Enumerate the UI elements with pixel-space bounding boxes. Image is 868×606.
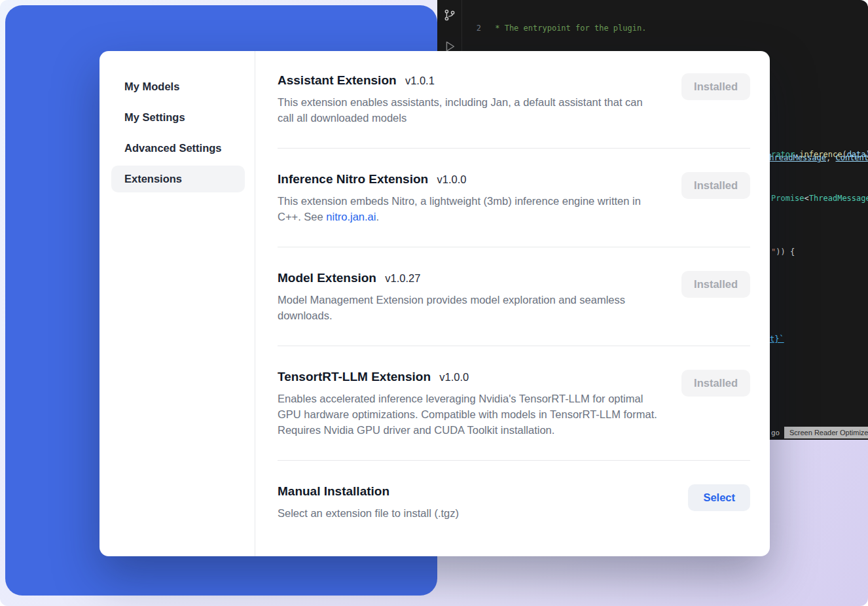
installed-button[interactable]: Installed (681, 271, 750, 298)
description-text: . (376, 211, 379, 223)
extension-description: This extension embeds Nitro, a lightweig… (278, 193, 660, 224)
extension-info: Inference Nitro Extension v1.0.0 This ex… (278, 172, 660, 224)
settings-card: My Models My Settings Advanced Settings … (99, 51, 770, 556)
select-file-button[interactable]: Select (688, 484, 750, 511)
code-fragment: ")) { (771, 247, 795, 257)
extension-title: Model Extension (278, 271, 376, 285)
extension-description: Enables accelerated inference leveraging… (278, 391, 660, 438)
extension-row-model: Model Extension v1.0.27 Model Management… (278, 271, 750, 346)
extension-title: Inference Nitro Extension (278, 172, 428, 186)
manual-installation-title: Manual Installation (278, 484, 389, 498)
installed-button[interactable]: Installed (681, 172, 750, 199)
desktop-screen: 2 * The entrypoint for the plugin. 3 */ … (0, 0, 868, 606)
code-line: 2 * The entrypoint for the plugin. (463, 23, 868, 34)
sidebar-item-advanced-settings[interactable]: Advanced Settings (111, 135, 245, 162)
extension-info: TensortRT-LLM Extension v1.0.0 Enables a… (278, 370, 660, 438)
manual-installation-title-line: Manual Installation (278, 484, 459, 499)
extension-title: Assistant Extension (278, 73, 397, 87)
extension-info: Manual Installation Select an extension … (278, 484, 459, 521)
source-control-icon[interactable] (443, 8, 457, 22)
extension-info: Assistant Extension v1.0.1 This extensio… (278, 73, 660, 126)
extension-row-nitro: Inference Nitro Extension v1.0.0 This ex… (278, 172, 750, 247)
line-number: 2 (463, 23, 481, 34)
extension-row-assistant: Assistant Extension v1.0.1 This extensio… (278, 73, 750, 149)
manual-installation-description: Select an extension file to install (.tg… (278, 505, 459, 521)
sidebar-item-my-models[interactable]: My Models (111, 73, 245, 100)
extension-version: v1.0.27 (385, 272, 420, 284)
installed-button[interactable]: Installed (681, 73, 750, 100)
manual-installation-row: Manual Installation Select an extension … (278, 484, 750, 521)
extension-title-line: Assistant Extension v1.0.1 (278, 73, 660, 88)
extensions-list: Assistant Extension v1.0.1 This extensio… (255, 51, 770, 556)
extension-description: This extension enables assistants, inclu… (278, 94, 660, 126)
settings-sidebar: My Models My Settings Advanced Settings … (99, 51, 255, 556)
extension-version: v1.0.1 (405, 75, 435, 86)
nitro-jan-ai-link[interactable]: nitro.jan.ai (326, 211, 376, 223)
extension-title-line: TensortRT-LLM Extension v1.0.0 (278, 370, 660, 384)
extension-title: TensortRT-LLM Extension (278, 370, 431, 383)
statusbar-text: go (771, 429, 780, 437)
code-text: * The entrypoint for the plugin. (490, 23, 646, 34)
installed-button[interactable]: Installed (681, 370, 750, 397)
code-fragment: rator.inference(data)); (771, 150, 868, 159)
code-fragment: t}` (770, 334, 784, 344)
extension-version: v1.0.0 (439, 371, 469, 383)
code-fragment: Promise<ThreadMessage> (771, 194, 868, 203)
sidebar-item-extensions[interactable]: Extensions (111, 166, 245, 192)
extension-title-line: Model Extension v1.0.27 (278, 271, 660, 285)
extension-title-line: Inference Nitro Extension v1.0.0 (278, 172, 660, 187)
extension-version: v1.0.0 (437, 173, 466, 185)
extension-row-tensorrt: TensortRT-LLM Extension v1.0.0 Enables a… (278, 370, 750, 461)
extension-info: Model Extension v1.0.27 Model Management… (278, 271, 660, 323)
screen-reader-status-badge[interactable]: Screen Reader Optimized (784, 427, 868, 438)
extension-description: Model Management Extension provides mode… (278, 292, 660, 323)
sidebar-item-my-settings[interactable]: My Settings (111, 104, 245, 131)
